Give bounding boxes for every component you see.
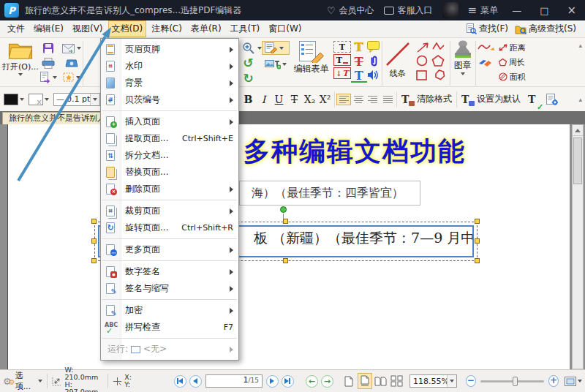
fit-page-button[interactable] bbox=[565, 377, 582, 386]
align-center-button[interactable] bbox=[351, 94, 366, 105]
attachment-tool[interactable] bbox=[369, 55, 378, 67]
two-page-mode-button[interactable] bbox=[374, 373, 388, 389]
menu-item-background[interactable]: 背景 bbox=[101, 75, 238, 91]
add-image-text-button[interactable] bbox=[262, 57, 290, 71]
advanced-find-button[interactable]: 高级查找(S) bbox=[529, 23, 576, 35]
menu-item-sign-initials[interactable]: 签名与缩写 bbox=[101, 280, 238, 297]
save-button[interactable] bbox=[42, 42, 54, 54]
menu-item-header-footer[interactable]: 页眉页脚 bbox=[101, 41, 238, 58]
strikethrough-button[interactable]: T bbox=[287, 94, 302, 105]
snapshot-button[interactable] bbox=[63, 72, 80, 83]
pencil-annotation-tool[interactable] bbox=[478, 43, 497, 52]
selection-handle-s[interactable] bbox=[283, 258, 288, 263]
toolbar-collapse-icon[interactable] bbox=[575, 40, 585, 50]
align-left-button[interactable] bbox=[336, 94, 351, 105]
menu-edit[interactable]: 编辑(E) bbox=[30, 20, 67, 37]
continuous-page-mode-button[interactable] bbox=[358, 373, 372, 389]
sound-tool[interactable] bbox=[367, 69, 380, 80]
comment-note-tool[interactable] bbox=[367, 41, 380, 53]
find-button[interactable]: 查找(F) bbox=[479, 23, 508, 35]
selection-handle-e[interactable] bbox=[475, 238, 480, 244]
first-page-button[interactable] bbox=[174, 375, 186, 388]
previous-page-button[interactable] bbox=[189, 375, 202, 388]
perimeter-tool[interactable]: 周长 bbox=[498, 57, 526, 68]
user-avatar[interactable] bbox=[442, 2, 458, 18]
zoom-in-icon[interactable]: + bbox=[548, 375, 559, 387]
highlight-text-tool[interactable] bbox=[351, 41, 367, 54]
rotate-handle[interactable] bbox=[280, 206, 287, 213]
stamp-tool-button[interactable]: 图章 bbox=[452, 40, 474, 75]
formatbar-collapse-icon[interactable] bbox=[575, 94, 585, 105]
next-page-button[interactable] bbox=[266, 375, 279, 388]
line-tool-label[interactable]: 线条 bbox=[390, 68, 406, 79]
menu-item-extract-page[interactable]: 提取页面...Ctrl+Shift+E bbox=[101, 130, 238, 147]
menu-document[interactable]: 文档(D) bbox=[108, 20, 147, 37]
distance-tool[interactable]: 距离 bbox=[498, 42, 526, 53]
selection-handle-nw[interactable] bbox=[91, 219, 97, 224]
scroll-up-icon[interactable] bbox=[573, 125, 583, 136]
menu-item-more-pages[interactable]: 更多页面 bbox=[101, 241, 238, 258]
menu-item-digital-signature[interactable]: 数字签名 bbox=[101, 263, 238, 280]
eraser-tool[interactable] bbox=[478, 58, 497, 67]
magnifier-plus-icon[interactable] bbox=[242, 42, 255, 55]
vertical-scrollbar[interactable] bbox=[572, 124, 584, 369]
stroke-color-swatch[interactable] bbox=[29, 94, 43, 105]
zoom-out-icon[interactable]: − bbox=[466, 375, 476, 387]
view-back-button[interactable] bbox=[306, 375, 318, 388]
last-page-button[interactable] bbox=[282, 375, 294, 388]
stroke-width-combo[interactable]: —0.1 pt bbox=[53, 93, 100, 106]
view-forward-button[interactable] bbox=[321, 375, 333, 388]
close-button[interactable] bbox=[562, 4, 581, 17]
selection-handle-sw[interactable] bbox=[91, 258, 97, 263]
menu-item-replace-page[interactable]: 替换页面... bbox=[101, 164, 238, 181]
minimize-button[interactable] bbox=[507, 5, 526, 16]
area-tool[interactable]: 面积 bbox=[498, 72, 526, 83]
selection-handle-se[interactable] bbox=[475, 258, 480, 263]
menu-item-bates-number[interactable]: 贝茨编号 bbox=[101, 91, 238, 108]
clear-format-button[interactable]: 清除格式 bbox=[399, 91, 455, 107]
align-justify-button[interactable] bbox=[380, 94, 395, 105]
menu-item-spell-check[interactable]: 拼写检查F7 bbox=[101, 319, 238, 336]
selection-handle-ne[interactable] bbox=[475, 219, 480, 224]
underline-button[interactable]: U bbox=[271, 94, 287, 105]
format-settings-icon[interactable] bbox=[546, 93, 559, 106]
set-default-button[interactable]: 设置为默认 bbox=[458, 91, 524, 107]
options-button[interactable]: 选项... bbox=[15, 370, 42, 392]
grid-page-mode-button[interactable] bbox=[390, 373, 404, 389]
select-text-tool[interactable] bbox=[333, 41, 351, 53]
italic-button[interactable]: I bbox=[256, 94, 271, 105]
zoom-slider[interactable] bbox=[480, 380, 544, 382]
selection-handle-w[interactable] bbox=[91, 238, 97, 244]
superscript-button[interactable]: X² bbox=[317, 94, 333, 105]
rotate-right-icon[interactable] bbox=[244, 72, 254, 85]
menu-comment[interactable]: 注释(C) bbox=[148, 20, 186, 37]
menu-tools[interactable]: 工具(T) bbox=[227, 20, 264, 37]
strikeout-text-tool[interactable] bbox=[351, 56, 367, 69]
support-entry-button[interactable]: 客服入口 bbox=[384, 4, 433, 17]
scrollbar-thumb[interactable] bbox=[573, 137, 582, 184]
zoom-slider-thumb[interactable] bbox=[513, 377, 518, 386]
member-center-button[interactable]: 会员中心 bbox=[327, 4, 374, 17]
edit-form-button[interactable]: 编辑表单 bbox=[290, 40, 333, 75]
rotate-left-icon[interactable] bbox=[244, 57, 254, 69]
text-box-tool[interactable] bbox=[333, 54, 351, 66]
single-page-mode-button[interactable] bbox=[341, 373, 356, 389]
menu-item-rotate-page[interactable]: 旋转页面...Ctrl+Shift+R bbox=[101, 219, 238, 236]
apply-format-icon[interactable] bbox=[528, 94, 541, 105]
scan-button[interactable] bbox=[65, 59, 78, 68]
typewriter-tool[interactable] bbox=[333, 67, 351, 79]
underline-text-tool[interactable] bbox=[351, 70, 367, 83]
subscript-button[interactable]: X₂ bbox=[302, 94, 317, 105]
menu-item-delete-page[interactable]: 删除页面 bbox=[101, 181, 238, 197]
bold-button[interactable]: B bbox=[241, 94, 256, 105]
pdf-page[interactable]: 多种编辑文档功能 海）（最佳季节：四季皆宜） 2 板 （新疆）（最佳季节：7—9… bbox=[7, 124, 570, 369]
statusbar-zoom-combo[interactable]: 118.55% bbox=[410, 374, 457, 388]
maximize-button[interactable] bbox=[535, 5, 553, 16]
menu-view[interactable]: 视图(V) bbox=[69, 20, 107, 37]
email-button[interactable] bbox=[62, 44, 81, 53]
menu-file[interactable]: 文件 bbox=[4, 20, 29, 37]
align-right-button[interactable] bbox=[366, 94, 380, 105]
menu-window[interactable]: 窗口(W) bbox=[265, 20, 305, 37]
app-menu-button[interactable]: 菜单 bbox=[468, 4, 499, 17]
menu-item-crop-page[interactable]: 裁剪页面 bbox=[101, 203, 238, 219]
